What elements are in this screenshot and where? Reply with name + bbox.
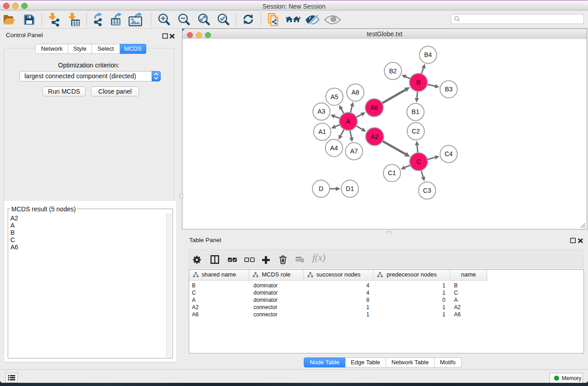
- svg-text:A1: A1: [318, 128, 326, 135]
- svg-text:A6: A6: [370, 104, 378, 111]
- svg-text:C3: C3: [423, 187, 431, 194]
- svg-text:B3: B3: [445, 86, 453, 93]
- svg-text:C4: C4: [445, 150, 453, 157]
- svg-text:C1: C1: [388, 169, 396, 176]
- svg-text:D1: D1: [346, 185, 354, 192]
- svg-text:A: A: [346, 118, 351, 125]
- svg-text:A2: A2: [371, 133, 378, 140]
- svg-text:D: D: [319, 185, 323, 192]
- svg-text:A8: A8: [352, 89, 359, 96]
- svg-text:B: B: [416, 79, 421, 86]
- svg-text:B2: B2: [389, 67, 397, 75]
- svg-text:B4: B4: [424, 51, 432, 58]
- svg-text:A7: A7: [350, 148, 358, 155]
- svg-text:C2: C2: [412, 128, 420, 135]
- svg-text:A5: A5: [330, 93, 338, 100]
- svg-text:C: C: [416, 158, 421, 165]
- svg-text:A4: A4: [330, 144, 338, 152]
- svg-text:B1: B1: [411, 108, 419, 115]
- svg-text:A3: A3: [318, 108, 325, 115]
